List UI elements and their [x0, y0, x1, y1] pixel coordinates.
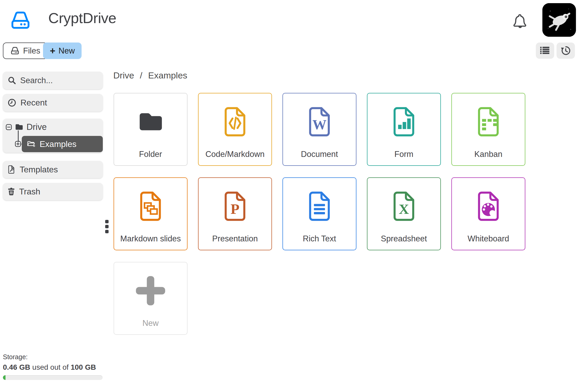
tree-connector-vertical	[18, 130, 19, 142]
new-button[interactable]: + New	[43, 43, 82, 59]
card-label: Kanban	[474, 150, 503, 159]
expand-plus-icon[interactable]	[15, 141, 21, 147]
notifications-button[interactable]	[510, 12, 529, 30]
card-label: Markdown slides	[120, 234, 181, 243]
drag-dot	[105, 225, 109, 228]
palette-icon	[476, 189, 501, 224]
bell-icon	[512, 13, 528, 29]
card-label: Code/Markdown	[205, 150, 265, 159]
collapse-minus-icon[interactable]	[6, 124, 12, 130]
breadcrumb-examples[interactable]: Examples	[148, 70, 187, 81]
storage-meter: Storage: 0.46 GB used out of 100 GB	[3, 353, 105, 380]
card-label: Form	[394, 150, 413, 159]
storage-infix: used out of	[30, 363, 71, 371]
folder-icon	[15, 124, 23, 130]
search-icon	[8, 76, 17, 85]
examples-label: Examples	[40, 139, 77, 149]
card-slides[interactable]: Markdown slides	[114, 177, 188, 250]
storage-progress-bar	[3, 375, 103, 380]
kanban-icon	[476, 104, 501, 139]
history-icon	[560, 45, 571, 56]
trash-icon	[8, 187, 15, 196]
card-form[interactable]: Form	[367, 93, 441, 166]
search-input[interactable]	[20, 76, 99, 85]
form-icon	[391, 104, 416, 139]
sidebar-resize-handle[interactable]	[105, 220, 109, 235]
sidebar-item-drive[interactable]: Drive	[3, 122, 47, 132]
storage-usage-text: 0.46 GB used out of 100 GB	[3, 363, 105, 372]
clock-icon	[8, 98, 16, 107]
slides-icon	[138, 189, 163, 224]
astronaut-avatar-image	[542, 3, 576, 37]
svg-text:P: P	[231, 201, 239, 217]
card-label: Presentation	[212, 234, 258, 243]
doc-w-icon: W	[307, 104, 332, 139]
card-folder[interactable]: Folder	[114, 93, 188, 166]
file-type-grid: Folder Code/Markdown WDocument Form Kanb…	[114, 93, 525, 335]
sidebar-item-templates[interactable]: Templates	[3, 161, 103, 178]
sheet-x-icon: X	[391, 189, 416, 224]
folder-icon	[136, 104, 165, 139]
templates-label: Templates	[20, 165, 58, 174]
files-button-label: Files	[23, 46, 40, 56]
new-button-label: New	[58, 46, 75, 56]
sidebar-item-recent[interactable]: Recent	[3, 94, 103, 112]
richtext-icon	[307, 189, 332, 224]
drive-label: Drive	[26, 122, 47, 132]
card-kanban[interactable]: Kanban	[451, 93, 525, 166]
list-view-button[interactable]	[536, 43, 554, 59]
card-new[interactable]: New	[114, 262, 188, 335]
breadcrumb: Drive / Examples	[113, 70, 187, 81]
list-view-icon	[540, 46, 550, 55]
sidebar-item-trash[interactable]: Trash	[3, 183, 103, 200]
template-file-icon	[8, 165, 15, 174]
card-label: Folder	[139, 150, 162, 159]
card-presentation[interactable]: PPresentation	[198, 177, 272, 250]
drag-dot	[105, 230, 109, 233]
storage-progress-fill	[3, 375, 6, 380]
card-label: Rich Text	[303, 234, 336, 243]
plus-icon: +	[50, 46, 55, 56]
drive-icon	[9, 10, 31, 30]
card-whiteboard[interactable]: Whiteboard	[451, 177, 525, 250]
drag-dot	[105, 220, 109, 223]
card-label: Document	[301, 150, 338, 159]
history-button[interactable]	[557, 43, 575, 59]
card-richtext[interactable]: Rich Text	[282, 177, 356, 250]
avatar[interactable]	[542, 3, 576, 37]
card-code[interactable]: Code/Markdown	[198, 93, 272, 166]
card-label: Spreadsheet	[381, 234, 427, 243]
drive-tree: Drive Examples	[3, 119, 103, 153]
files-drive-icon	[10, 46, 20, 55]
storage-total: 100 GB	[71, 363, 96, 371]
sidebar-item-examples-selected[interactable]: Examples	[22, 136, 103, 152]
card-label: New	[142, 319, 159, 328]
storage-title: Storage:	[3, 353, 105, 361]
card-label: Whiteboard	[468, 234, 509, 243]
plus-icon	[132, 273, 169, 308]
trash-label: Trash	[19, 187, 40, 197]
breadcrumb-drive[interactable]: Drive	[113, 70, 134, 81]
card-document[interactable]: WDocument	[282, 93, 356, 166]
card-spreadsheet[interactable]: XSpreadsheet	[367, 177, 441, 250]
recent-label: Recent	[20, 98, 47, 108]
breadcrumb-separator: /	[140, 70, 142, 81]
storage-used: 0.46 GB	[3, 363, 30, 371]
svg-text:X: X	[399, 201, 409, 217]
files-button[interactable]: Files	[3, 43, 47, 59]
search-box[interactable]	[3, 72, 103, 89]
app-title: CryptDrive	[48, 9, 116, 27]
open-folder-icon	[27, 141, 36, 147]
cryptdrive-logo[interactable]	[9, 10, 31, 29]
svg-text:W: W	[312, 117, 327, 133]
pres-p-icon: P	[222, 189, 248, 224]
code-icon	[222, 104, 248, 139]
